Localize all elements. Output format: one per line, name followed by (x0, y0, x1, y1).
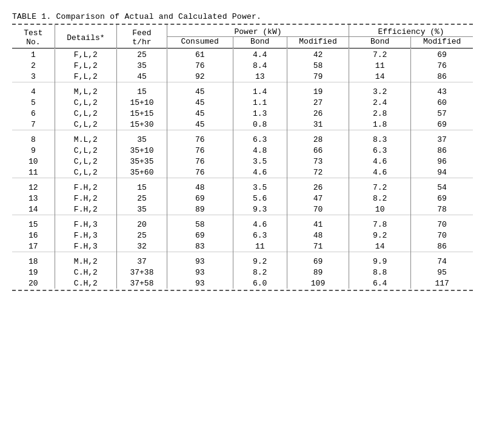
table-row: 17F.H,3328311711486 (12, 241, 473, 252)
table-cell: 20 (12, 278, 55, 289)
table-cell: F.H,2 (55, 178, 116, 193)
table-cell: 11 (233, 241, 287, 252)
table-cell: 27 (287, 97, 349, 108)
table-cell: 69 (167, 193, 233, 204)
col-header-power: Power (kW) (167, 25, 349, 37)
table-cell: 32 (116, 241, 167, 252)
table-cell: 14 (349, 241, 411, 252)
table-cell: 9 (12, 145, 55, 156)
table-cell: 1.1 (233, 97, 287, 108)
table-row: 15F.H,320584.6417.870 (12, 215, 473, 230)
table-cell: 1 (12, 49, 55, 60)
bottom-border (12, 289, 473, 291)
table-cell: 8.4 (233, 60, 287, 71)
table-cell: 43 (411, 82, 473, 97)
table-cell: 69 (287, 252, 349, 267)
table-row: 12F.H,215483.5267.254 (12, 178, 473, 193)
table-cell: 8.2 (233, 267, 287, 278)
table-cell: 25 (116, 230, 167, 241)
table-cell: 1.3 (233, 108, 287, 119)
table-cell: 1.8 (349, 119, 411, 130)
table-cell: 48 (167, 178, 233, 193)
table-cell: 10 (349, 204, 411, 215)
table-cell: F,L,2 (55, 49, 116, 60)
table-cell: 89 (287, 267, 349, 278)
table-cell: 9.3 (233, 204, 287, 215)
table-cell: 8.8 (349, 267, 411, 278)
table-cell: C,L,2 (55, 156, 116, 167)
table-cell: 8.2 (349, 193, 411, 204)
table-cell: 74 (411, 252, 473, 267)
table-cell: C,L,2 (55, 145, 116, 156)
table-cell: 13 (233, 71, 287, 82)
table-cell: C,L,2 (55, 167, 116, 178)
table-cell: 93 (167, 267, 233, 278)
table-cell: C,L,2 (55, 97, 116, 108)
table-cell: 35+60 (116, 167, 167, 178)
table-cell: 73 (287, 156, 349, 167)
table-cell: 15+15 (116, 108, 167, 119)
table-cell: 11 (12, 167, 55, 178)
table-cell: C.H,2 (55, 267, 116, 278)
table-cell: 93 (167, 278, 233, 289)
table-cell: 9.2 (349, 230, 411, 241)
table-cell: 66 (287, 145, 349, 156)
table-cell: 45 (167, 97, 233, 108)
table-cell: 2 (12, 60, 55, 71)
table-cell: 37 (116, 252, 167, 267)
table-cell: 4 (12, 82, 55, 97)
table-cell: 69 (411, 193, 473, 204)
table-row: 13F.H,225695.6478.269 (12, 193, 473, 204)
table-cell: 76 (167, 145, 233, 156)
table-cell: 4.6 (349, 167, 411, 178)
table-cell: 45 (167, 82, 233, 97)
table-cell: 11 (349, 60, 411, 71)
table-row: 4M,L,215451.4193.243 (12, 82, 473, 97)
table-cell: 15 (12, 215, 55, 230)
table-cell: 58 (287, 60, 349, 71)
table-cell: 3 (12, 71, 55, 82)
table-cell: 5 (12, 97, 55, 108)
table-cell: 2.4 (349, 97, 411, 108)
table-cell: 35 (116, 60, 167, 71)
table-cell: 4.6 (233, 215, 287, 230)
table-cell: 76 (167, 167, 233, 178)
table-cell: F.H,3 (55, 241, 116, 252)
table-row: 10C,L,235+35763.5734.696 (12, 156, 473, 167)
table-cell: 45 (116, 71, 167, 82)
table-cell: 15 (116, 178, 167, 193)
table-cell: 69 (411, 119, 473, 130)
table-row: 18M.H,237939.2699.974 (12, 252, 473, 267)
table-body: 1F,L,225614.4427.2692F,L,235768.45811763… (12, 49, 473, 289)
table-row: 20C.H,237+58936.01096.4117 (12, 278, 473, 289)
col-header-test: Test No. (12, 25, 55, 48)
table-cell: 0.8 (233, 119, 287, 130)
table-cell: F.H,2 (55, 193, 116, 204)
table-cell: 13 (12, 193, 55, 204)
table-cell: 45 (167, 108, 233, 119)
table-cell: 78 (411, 204, 473, 215)
table-cell: 35 (116, 204, 167, 215)
table-cell: 89 (167, 204, 233, 215)
col-header-eff-modified: Modified (411, 37, 473, 48)
table-cell: 6.3 (233, 230, 287, 241)
table-row: 8M.L,235766.3288.337 (12, 130, 473, 145)
table-cell: 15+30 (116, 119, 167, 130)
table-cell: 26 (287, 178, 349, 193)
table-cell: F,L,2 (55, 71, 116, 82)
table-cell: 70 (411, 215, 473, 230)
header-row-1: Test No. Details* Feed t/hr Power (kW) E… (12, 25, 473, 37)
table-cell: 15+10 (116, 97, 167, 108)
table-cell: M,L,2 (55, 82, 116, 97)
table-header: Test No. Details* Feed t/hr Power (kW) E… (12, 25, 473, 49)
table-cell: 31 (287, 119, 349, 130)
table-cell: 2.8 (349, 108, 411, 119)
table-cell: C,L,2 (55, 108, 116, 119)
table-cell: 35+35 (116, 156, 167, 167)
table-cell: 76 (167, 130, 233, 145)
table-cell: F.H,2 (55, 204, 116, 215)
table-cell: 12 (12, 178, 55, 193)
table-cell: 86 (411, 145, 473, 156)
table-cell: 96 (411, 156, 473, 167)
table-cell: 3.2 (349, 82, 411, 97)
